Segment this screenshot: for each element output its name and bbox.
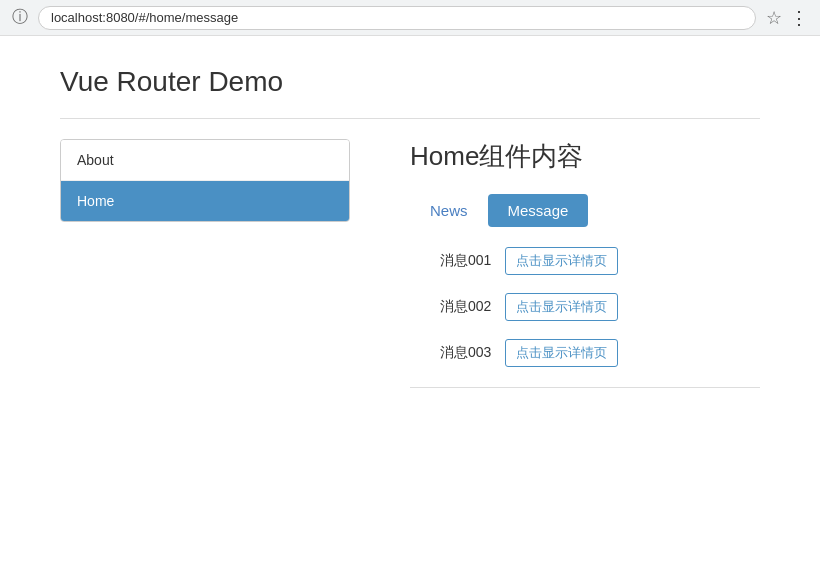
list-item: 消息001 点击显示详情页 <box>440 247 760 275</box>
menu-icon[interactable]: ⋮ <box>790 7 808 29</box>
nav-about-label: About <box>77 152 114 168</box>
nav-item-home[interactable]: Home <box>61 181 349 221</box>
nav-item-about[interactable]: About <box>61 140 349 181</box>
list-item: 消息003 点击显示详情页 <box>440 339 760 367</box>
top-divider <box>60 118 760 119</box>
home-title: Home组件内容 <box>410 139 760 174</box>
message-text-1: 消息001 <box>440 252 491 270</box>
detail-button-2[interactable]: 点击显示详情页 <box>505 293 618 321</box>
tab-news[interactable]: News <box>410 194 488 227</box>
info-icon: ⓘ <box>12 7 28 28</box>
browser-actions: ☆ ⋮ <box>766 7 808 29</box>
page-content: Vue Router Demo About Home Home组件内容 News… <box>0 36 820 418</box>
list-item: 消息002 点击显示详情页 <box>440 293 760 321</box>
detail-button-1[interactable]: 点击显示详情页 <box>505 247 618 275</box>
star-icon[interactable]: ☆ <box>766 7 782 29</box>
message-text-3: 消息003 <box>440 344 491 362</box>
browser-chrome: ⓘ localhost:8080/#/home/message ☆ ⋮ <box>0 0 820 36</box>
tab-message[interactable]: Message <box>488 194 589 227</box>
right-content: Home组件内容 News Message 消息001 点击显示详情页 消息00… <box>410 139 760 388</box>
bottom-divider <box>410 387 760 388</box>
left-nav: About Home <box>60 139 350 222</box>
url-text: localhost:8080/#/home/message <box>51 10 238 25</box>
detail-button-3[interactable]: 点击显示详情页 <box>505 339 618 367</box>
tab-message-label: Message <box>508 202 569 219</box>
page-title: Vue Router Demo <box>60 66 760 98</box>
nav-home-label: Home <box>77 193 114 209</box>
main-layout: About Home Home组件内容 News Message 消息00 <box>60 139 760 388</box>
message-list: 消息001 点击显示详情页 消息002 点击显示详情页 消息003 点击显示详情… <box>410 247 760 367</box>
url-bar[interactable]: localhost:8080/#/home/message <box>38 6 756 30</box>
tab-news-label: News <box>430 202 468 219</box>
tabs-bar: News Message <box>410 194 760 227</box>
message-text-2: 消息002 <box>440 298 491 316</box>
